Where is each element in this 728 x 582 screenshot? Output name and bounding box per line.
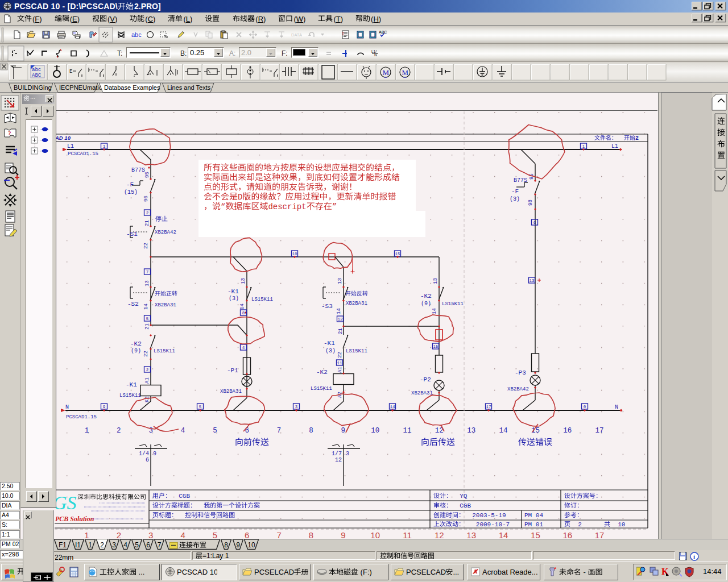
svg-text:9: 9 <box>153 451 156 457</box>
svg-text:13: 13 <box>433 278 439 284</box>
svg-text:15: 15 <box>433 344 439 349</box>
svg-text:10: 10 <box>371 427 379 435</box>
svg-text:...: ... <box>136 568 144 576</box>
svg-text:-K1: -K1 <box>228 288 239 295</box>
svg-text:-P3: -P3 <box>515 369 526 376</box>
svg-text:(3): (3) <box>325 348 336 354</box>
svg-text:PCSELCAD: PCSELCAD <box>254 568 294 576</box>
svg-text:13: 13 <box>529 278 535 283</box>
svg-text:13: 13 <box>466 530 476 539</box>
svg-text:”: ” <box>332 202 337 211</box>
svg-text:A1: A1 <box>144 377 150 384</box>
svg-text:8: 8 <box>242 311 245 315</box>
svg-text:13: 13 <box>467 427 475 435</box>
svg-text:17: 17 <box>486 405 491 409</box>
svg-text:?: ? <box>8 130 11 136</box>
svg-text:B:: B: <box>180 49 187 57</box>
svg-text:-S1: -S1 <box>126 231 138 238</box>
svg-text:LS15K11: LS15K11 <box>442 301 464 307</box>
svg-text:CGB: CGB <box>171 493 190 500</box>
svg-text:1/7: 1/7 <box>332 451 342 457</box>
svg-text:3: 3 <box>295 405 298 409</box>
svg-text:10: 10 <box>292 252 297 256</box>
svg-text:12: 12 <box>337 317 342 322</box>
svg-text:15: 15 <box>395 252 400 256</box>
svg-text:11: 11 <box>403 530 412 539</box>
svg-text:95: 95 <box>144 172 150 178</box>
svg-text:-P2: -P2 <box>420 376 431 383</box>
svg-text:M: M <box>383 68 390 77</box>
svg-text:PCSELCAD: PCSELCAD <box>406 568 446 576</box>
svg-text:(9): (9) <box>421 301 431 307</box>
svg-text:ABC: ABC <box>32 73 42 78</box>
svg-text:1: 1 <box>582 144 585 149</box>
svg-text:4: 4 <box>181 427 185 435</box>
svg-text:ABC: ABC <box>379 30 387 35</box>
svg-text:(15): (15) <box>124 189 138 196</box>
svg-text:XB2BA31: XB2BA31 <box>220 389 242 394</box>
svg-text:2009-10-7: 2009-10-7 <box>465 521 510 528</box>
svg-text:XB2BA31: XB2BA31 <box>155 302 176 308</box>
svg-text:-K2: -K2 <box>130 340 142 347</box>
svg-text:8: 8 <box>309 427 313 435</box>
svg-text:3: 3 <box>346 451 349 457</box>
svg-text:96: 96 <box>143 196 149 202</box>
svg-text:XB2BA31: XB2BA31 <box>411 390 433 396</box>
svg-text:XB2BA31: XB2BA31 <box>346 301 367 306</box>
svg-text:PCSCAD 10: PCSCAD 10 <box>177 568 217 576</box>
svg-text:PM 04: PM 04 <box>524 512 543 519</box>
svg-text:...: ... <box>453 568 459 576</box>
svg-text:i: i <box>693 553 695 560</box>
svg-text:N: N <box>65 404 69 410</box>
svg-text:21: 21 <box>144 323 150 330</box>
svg-text:(9): (9) <box>131 348 141 354</box>
svg-text:12: 12 <box>335 457 342 463</box>
svg-text:descript: descript <box>268 202 306 211</box>
svg-text:17: 17 <box>595 427 604 435</box>
svg-text:PCB Solution: PCB Solution <box>55 515 94 523</box>
svg-text:2: 2 <box>570 521 582 528</box>
svg-text:-: - <box>581 568 588 576</box>
svg-text:-K2: -K2 <box>316 369 328 376</box>
svg-text:1: 1 <box>103 144 106 149</box>
svg-text:14: 14 <box>239 304 245 310</box>
svg-text:10: 10 <box>610 521 625 528</box>
svg-text:YQ: YQ <box>452 493 468 500</box>
svg-text:10: 10 <box>370 530 380 539</box>
svg-text:11: 11 <box>337 361 342 365</box>
svg-text:16: 16 <box>562 530 572 539</box>
svg-text:9: 9 <box>103 405 106 409</box>
svg-text:14: 14 <box>143 304 149 310</box>
svg-text:2: 2 <box>117 530 121 539</box>
svg-text:22: 22 <box>143 243 149 249</box>
svg-text:2: 2 <box>146 211 149 215</box>
svg-text:A:: A: <box>229 49 235 57</box>
svg-text:13: 13 <box>241 278 246 284</box>
svg-text:9: 9 <box>341 530 345 539</box>
svg-text:14: 14 <box>336 308 342 314</box>
svg-text:5: 5 <box>213 530 217 539</box>
svg-text:21: 21 <box>144 220 150 226</box>
svg-text:LS15K11: LS15K11 <box>346 348 367 354</box>
svg-text:6: 6 <box>245 427 249 435</box>
svg-text:F:: F: <box>282 49 288 57</box>
svg-text:2: 2 <box>146 368 149 372</box>
svg-text:-K1: -K1 <box>324 340 335 347</box>
svg-text:PM 01: PM 01 <box>524 521 543 528</box>
svg-text:9: 9 <box>341 427 346 435</box>
svg-text:LS15K11: LS15K11 <box>154 348 175 354</box>
svg-text:AD 10: AD 10 <box>55 135 71 141</box>
svg-text:17: 17 <box>595 530 605 539</box>
svg-text:14: 14 <box>499 427 508 435</box>
svg-text:-S3: -S3 <box>321 303 333 310</box>
svg-text:B77S: B77S <box>131 167 145 173</box>
svg-text:L1: L1 <box>67 143 74 149</box>
svg-text:L1: L1 <box>611 143 618 149</box>
svg-text:-P1: -P1 <box>227 367 238 374</box>
svg-text:abc: abc <box>131 31 142 38</box>
svg-text:6: 6 <box>245 530 249 539</box>
svg-text:E: E <box>69 69 72 74</box>
svg-text:22: 22 <box>337 352 343 358</box>
svg-text:1/4: 1/4 <box>139 451 149 457</box>
svg-text:LS15K11: LS15K11 <box>311 386 332 392</box>
